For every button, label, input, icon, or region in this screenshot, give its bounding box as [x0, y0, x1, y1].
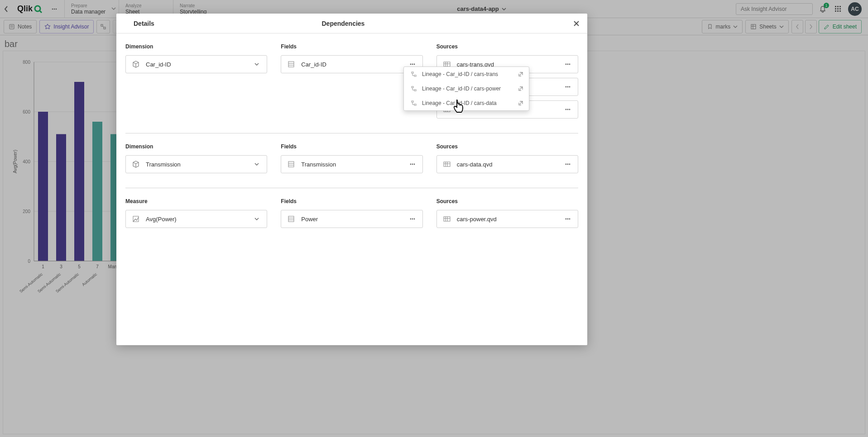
- card-label: Car_id-ID: [146, 61, 251, 68]
- card-label: Car_id-ID: [301, 61, 407, 68]
- column-header: Sources: [436, 143, 578, 150]
- svg-rect-87: [444, 162, 450, 166]
- svg-rect-112: [412, 101, 413, 102]
- lineage-label: Lineage - Car_id-ID / cars-power: [422, 86, 501, 92]
- svg-rect-95: [288, 216, 294, 222]
- svg-point-100: [413, 218, 415, 220]
- lineage-icon: [409, 71, 418, 77]
- svg-point-78: [566, 109, 567, 110]
- external-link-icon: [518, 71, 523, 77]
- card-label: Avg(Power): [146, 216, 251, 223]
- svg-point-105: [566, 218, 567, 220]
- svg-point-65: [567, 64, 569, 65]
- svg-point-71: [566, 86, 567, 88]
- card-label: cars-power.qvd: [457, 216, 562, 223]
- close-icon: [573, 20, 580, 27]
- svg-point-91: [566, 164, 567, 165]
- svg-point-58: [412, 64, 413, 65]
- svg-point-98: [410, 218, 411, 220]
- column-header: Dimension: [125, 143, 267, 150]
- column-header: Sources: [436, 43, 578, 50]
- svg-point-64: [566, 64, 567, 65]
- source-icon: [441, 214, 452, 224]
- more-button[interactable]: [407, 215, 418, 223]
- lineage-menu-item[interactable]: Lineage - Car_id-ID / cars-trans: [404, 67, 529, 81]
- column-header: Sources: [436, 198, 578, 204]
- column-header: Fields: [281, 198, 422, 204]
- more-button[interactable]: [562, 106, 573, 113]
- card-label: Transmission: [146, 161, 251, 168]
- svg-point-59: [413, 64, 415, 65]
- lineage-icon: [409, 100, 418, 106]
- svg-rect-109: [414, 75, 416, 76]
- source-card[interactable]: cars-data.qvd: [436, 155, 578, 173]
- svg-point-57: [410, 64, 411, 65]
- svg-point-85: [412, 164, 413, 165]
- field-card[interactable]: Car_id-ID: [281, 55, 422, 73]
- dimension-card[interactable]: Transmission: [125, 155, 267, 173]
- svg-point-107: [569, 218, 571, 220]
- external-link-icon: [518, 86, 523, 91]
- svg-rect-108: [412, 72, 413, 73]
- field-icon: [286, 159, 297, 170]
- svg-point-93: [569, 164, 571, 165]
- lineage-menu-item[interactable]: Lineage - Car_id-ID / cars-power: [404, 81, 529, 96]
- svg-rect-54: [288, 62, 294, 67]
- svg-point-106: [567, 218, 569, 220]
- svg-point-72: [567, 86, 569, 88]
- expand-button[interactable]: [251, 216, 262, 222]
- svg-point-92: [567, 164, 569, 165]
- lineage-icon: [409, 86, 418, 92]
- dimension-icon: [130, 159, 141, 170]
- column-header: Fields: [281, 143, 422, 150]
- column-header: Measure: [125, 198, 267, 204]
- dimension-icon: [130, 59, 141, 70]
- more-button[interactable]: [562, 161, 573, 168]
- dependency-row: Measure Avg(Power) Fields Power Sources …: [125, 188, 578, 242]
- source-card[interactable]: cars-power.qvd: [436, 210, 578, 228]
- column-header: Dimension: [125, 43, 267, 50]
- svg-rect-113: [414, 104, 416, 105]
- column-header: Fields: [281, 43, 422, 50]
- expand-button[interactable]: [251, 62, 262, 67]
- source-icon: [441, 159, 452, 170]
- lineage-label: Lineage - Car_id-ID / cars-data: [422, 100, 497, 106]
- measure-card[interactable]: Avg(Power): [125, 210, 267, 228]
- dependency-row: Dimension Transmission Fields Transmissi…: [125, 133, 578, 188]
- svg-point-73: [569, 86, 571, 88]
- modal-tab-details[interactable]: Details: [125, 14, 163, 33]
- svg-point-80: [569, 109, 571, 110]
- svg-rect-111: [414, 90, 416, 91]
- svg-point-99: [412, 218, 413, 220]
- svg-point-66: [569, 64, 571, 65]
- field-icon: [286, 214, 297, 224]
- svg-rect-60: [444, 62, 450, 66]
- more-button[interactable]: [562, 83, 573, 90]
- svg-rect-101: [444, 217, 450, 221]
- more-button[interactable]: [407, 161, 418, 168]
- card-label: Transmission: [301, 161, 407, 168]
- svg-rect-110: [412, 86, 413, 88]
- modal-tab-dependencies[interactable]: Dependencies: [313, 14, 373, 33]
- expand-button[interactable]: [251, 162, 262, 167]
- card-label: cars-data.qvd: [457, 161, 562, 168]
- svg-point-84: [410, 164, 411, 165]
- field-card[interactable]: Power: [281, 210, 422, 228]
- lineage-dropdown[interactable]: Lineage - Car_id-ID / cars-trans Lineage…: [403, 66, 529, 111]
- lineage-menu-item[interactable]: Lineage - Car_id-ID / cars-data: [404, 96, 529, 110]
- external-link-icon: [518, 100, 523, 106]
- field-icon: [286, 59, 297, 70]
- dependencies-modal: Details Dependencies Dimension Car_id-ID…: [116, 14, 587, 345]
- more-button[interactable]: [562, 61, 573, 68]
- lineage-label: Lineage - Car_id-ID / cars-trans: [422, 71, 498, 77]
- more-button[interactable]: [562, 215, 573, 223]
- dimension-card[interactable]: Car_id-ID: [125, 55, 267, 73]
- card-label: Power: [301, 216, 407, 223]
- measure-icon: [130, 214, 141, 224]
- svg-rect-81: [288, 162, 294, 167]
- modal-close-button[interactable]: [571, 18, 582, 29]
- svg-point-79: [567, 109, 569, 110]
- svg-point-86: [413, 164, 415, 165]
- field-card[interactable]: Transmission: [281, 155, 422, 173]
